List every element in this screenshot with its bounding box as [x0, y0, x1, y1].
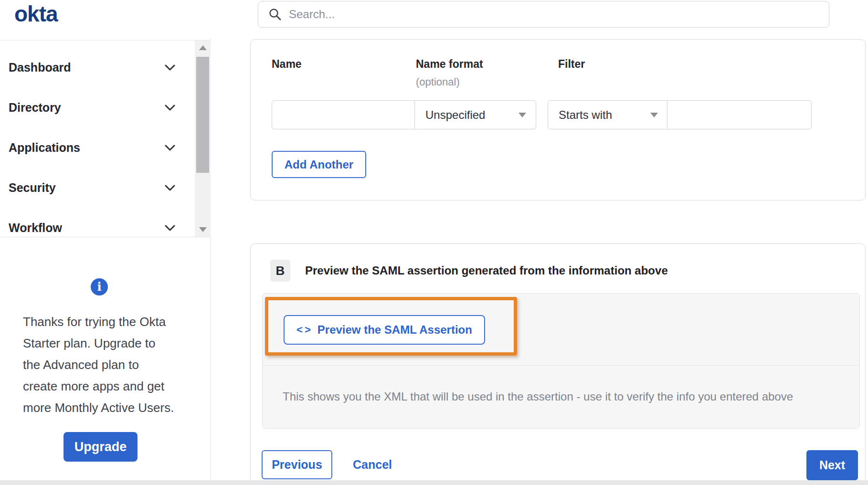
sidebar-item-workflow[interactable]: Workflow [0, 208, 211, 237]
highlight-annotation-box [265, 297, 517, 356]
attribute-name-input[interactable] [272, 101, 415, 129]
section-b-badge: B [270, 260, 290, 282]
search-icon [269, 8, 281, 21]
sidebar-item-label: Directory [9, 101, 61, 115]
cancel-button[interactable]: Cancel [346, 450, 399, 479]
chevron-down-icon [165, 145, 175, 151]
filter-value-input[interactable] [667, 101, 811, 129]
name-format-value: Unspecified [425, 108, 485, 122]
promo-line: more Monthly Active Users. [23, 397, 185, 419]
scrollbar-down-icon[interactable] [199, 227, 207, 232]
sidebar-item-security[interactable]: Security [0, 168, 211, 208]
filter-column-label: Filter [558, 58, 585, 71]
bottom-edge-strip [0, 480, 868, 485]
promo-line: Thanks for trying the Okta [23, 311, 185, 333]
okta-admin-page: okta Dashboard Directory Applications [0, 0, 868, 485]
chevron-down-icon [165, 225, 175, 231]
sidebar-menu: Dashboard Directory Applications Securit… [0, 40, 211, 237]
okta-logo[interactable]: okta [14, 1, 58, 27]
preview-assertion-card: B Preview the SAML assertion generated f… [250, 243, 866, 485]
filter-type-select[interactable]: Starts with [548, 100, 668, 129]
chevron-down-icon [165, 185, 175, 191]
next-button[interactable]: Next [806, 450, 858, 480]
attribute-name-field[interactable] [272, 100, 415, 129]
name-format-optional-label: (optional) [416, 76, 460, 88]
trial-promo-text: Thanks for trying the Okta Starter plan.… [23, 311, 185, 419]
sidebar-item-directory[interactable]: Directory [0, 87, 211, 127]
attribute-statements-card: Name Name format (optional) Filter Unspe… [250, 39, 866, 200]
sidebar-item-dashboard[interactable]: Dashboard [0, 47, 211, 87]
previous-button[interactable]: Previous [262, 450, 332, 479]
preview-description: This shows you the XML that will be used… [283, 390, 793, 403]
add-another-button[interactable]: Add Another [272, 151, 366, 178]
sidebar-item-label: Workflow [9, 221, 62, 235]
sidebar-item-label: Applications [9, 141, 80, 155]
upgrade-button[interactable]: Upgrade [64, 432, 138, 462]
scrollbar-up-icon[interactable] [199, 45, 207, 50]
info-icon [91, 278, 108, 295]
sidebar-item-label: Dashboard [9, 61, 71, 74]
dropdown-arrow-icon [650, 113, 658, 117]
sidebar-item-label: Security [9, 181, 56, 195]
name-format-column-label: Name format [416, 58, 483, 71]
scrollbar-thumb[interactable] [196, 57, 209, 173]
filter-type-value: Starts with [559, 108, 612, 122]
chevron-down-icon [165, 105, 175, 111]
section-b-heading: Preview the SAML assertion generated fro… [305, 264, 668, 277]
chevron-down-icon [165, 64, 175, 71]
panel-divider [263, 365, 859, 366]
search-input[interactable] [289, 8, 766, 21]
promo-line: Starter plan. Upgrade to [23, 333, 185, 354]
name-format-select[interactable]: Unspecified [414, 100, 536, 129]
name-column-label: Name [272, 58, 302, 71]
promo-line: create more apps and get [23, 376, 185, 397]
sidebar-item-applications[interactable]: Applications [0, 127, 211, 168]
promo-line: the Advanced plan to [23, 354, 185, 376]
filter-value-field[interactable] [667, 100, 812, 129]
dropdown-arrow-icon [519, 113, 526, 117]
sidebar-scrollbar[interactable] [195, 41, 211, 237]
global-search[interactable] [258, 1, 829, 28]
